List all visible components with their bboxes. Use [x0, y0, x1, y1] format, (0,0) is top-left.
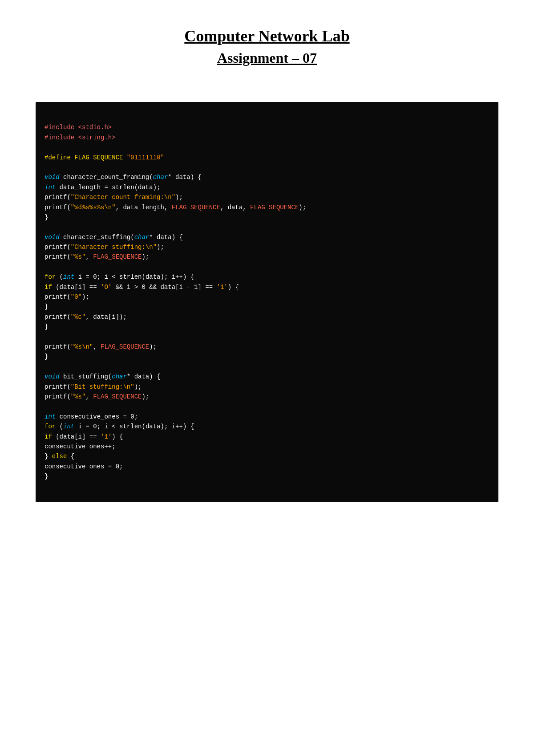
- printf-zero: printf("0");: [44, 293, 89, 301]
- brace2: }: [44, 303, 48, 310]
- int-kw1: int: [44, 184, 56, 191]
- fn-char-stuffing: character_stuffing(char* data) {: [60, 234, 183, 241]
- printf-char-stuffing: printf("Character stuffing:\n");: [44, 244, 164, 251]
- void-kw3: void: [44, 373, 60, 380]
- printf-format: printf("%d%s%s%s\n", data_length, FLAG_S…: [44, 204, 306, 211]
- consecutive-increment: consecutive_ones++;: [44, 443, 116, 450]
- brace1: }: [44, 214, 48, 221]
- consecutive-ones-init: consecutive_ones = 0;: [56, 413, 138, 420]
- if-stmt1: if (data[i] == 'O' && i > 0 && data[i - …: [44, 284, 239, 291]
- include-string: #include <string.h>: [44, 134, 116, 141]
- else-stmt: } else {: [44, 453, 74, 460]
- brace5: }: [44, 473, 48, 480]
- void-kw1: void: [44, 174, 60, 181]
- printf-char-count: printf("Character count framing:\n");: [44, 194, 183, 201]
- if-stmt2: if (data[i] == '1') {: [44, 433, 123, 440]
- printf-flag1: printf("%s", FLAG_SEQUENCE);: [44, 253, 149, 260]
- printf-flag2: printf("%s", FLAG_SEQUENCE);: [44, 393, 149, 400]
- page-container: Computer Network Lab Assignment – 07 #in…: [0, 0, 534, 756]
- int-kw2: int: [44, 413, 56, 420]
- sub-title: Assignment – 07: [36, 50, 498, 66]
- printf-char: printf("%c", data[i]);: [44, 313, 127, 321]
- fn-char-count: character_count_framing(char* data) {: [60, 174, 202, 181]
- void-kw2: void: [44, 234, 60, 241]
- printf-flag-newline: printf("%s\n", FLAG_SEQUENCE);: [44, 343, 157, 350]
- for-loop2: for (int i = 0; i < strlen(data); i++) {: [44, 423, 194, 430]
- include-stdio: #include <stdio.h>: [44, 124, 112, 131]
- data-length-assign: data_length = strlen(data);: [56, 184, 160, 191]
- brace3: }: [44, 323, 48, 330]
- code-block: #include <stdio.h> #include <string.h> #…: [36, 102, 498, 502]
- fn-bit-stuffing: bit_stuffing(char* data) {: [60, 373, 161, 380]
- brace4: }: [44, 353, 48, 360]
- for-loop1: for (int i = 0; i < strlen(data); i++) {: [44, 273, 194, 280]
- consecutive-reset: consecutive_ones = 0;: [44, 463, 123, 470]
- header-section: Computer Network Lab Assignment – 07: [36, 27, 498, 66]
- main-title: Computer Network Lab: [36, 27, 498, 45]
- define-flag: #define FLAG_SEQUENCE "01111110": [44, 154, 164, 161]
- printf-bit-stuffing: printf("Bit stuffing:\n");: [44, 383, 142, 390]
